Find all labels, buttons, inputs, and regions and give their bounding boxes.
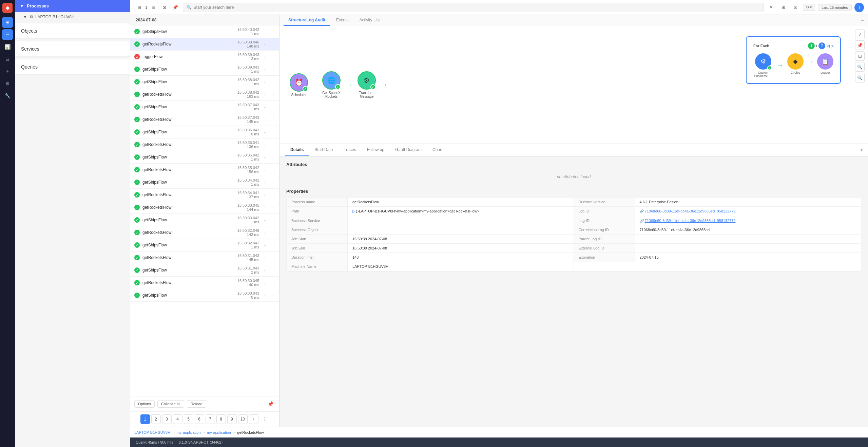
trace-action-more[interactable]: ⋯ xyxy=(269,129,275,135)
trace-list-item[interactable]: ✓ getShipsFlow 16:50:31.043 2 ms ⟊ ⋯ xyxy=(130,264,279,277)
trace-action-filter[interactable]: ⟊ xyxy=(262,217,268,223)
trace-action-more[interactable]: ⋯ xyxy=(269,54,275,60)
flow-tab-structurelog[interactable]: StructureLog Audit xyxy=(284,15,330,26)
trace-action-filter[interactable]: ⟊ xyxy=(262,267,268,273)
detail-collapse-button[interactable]: ▾ xyxy=(861,144,863,156)
trace-action-filter[interactable]: ⟊ xyxy=(262,154,268,160)
trace-action-filter[interactable]: ⟊ xyxy=(262,229,268,236)
detail-tab-follow-up[interactable]: Follow up xyxy=(362,144,390,156)
trace-list-item[interactable]: ✓ getRocketsFlow 16:50:33.045 144 ms ⟊ ⋯ xyxy=(130,201,279,214)
flow-tool-expand[interactable]: ⤢ xyxy=(855,30,865,39)
breadcrumb-item-2[interactable]: my-application xyxy=(207,430,231,434)
foreach-node-logger[interactable]: 📋 Logger xyxy=(817,53,833,74)
layout-icon-2[interactable]: ⊡ xyxy=(791,3,800,12)
pagination-more-button[interactable]: ⋮ xyxy=(260,414,269,424)
search-bar[interactable]: 🔍 xyxy=(183,3,764,12)
pagination-page-9[interactable]: 9 xyxy=(227,414,237,424)
trace-list-item[interactable]: ✓ getRocketsFlow 16:50:36.041 136 ms ⟊ ⋯ xyxy=(130,138,279,151)
breadcrumb-item-0[interactable]: LAPTOP-B1HGUV8H xyxy=(134,430,170,434)
time-range-badge[interactable]: Last 15 minutes xyxy=(818,4,852,11)
flow-tool-zoomin[interactable]: 🔍 xyxy=(855,62,865,72)
flow-tool-zoomout[interactable]: 🔍 xyxy=(855,73,865,82)
trace-list-item[interactable]: ✓ getRocketsFlow 16:50:34.041 137 ms ⟊ ⋯ xyxy=(130,189,279,201)
pagination-next[interactable]: › xyxy=(249,414,258,424)
trace-action-filter[interactable]: ⟊ xyxy=(262,66,268,72)
pagination-page-4[interactable]: 4 xyxy=(173,414,182,424)
trace-list-item[interactable]: ✗ triggerFlow 16:50:39.043 13 ms ⟊ ⋯ xyxy=(130,51,279,63)
search-input[interactable] xyxy=(194,5,760,10)
trace-action-more[interactable]: ⋯ xyxy=(269,142,275,148)
trace-action-filter[interactable]: ⟊ xyxy=(262,104,268,110)
for-each-nav-left[interactable]: ◁ xyxy=(827,44,829,48)
trace-action-more[interactable]: ⋯ xyxy=(269,116,275,123)
trace-action-filter[interactable]: ⟊ xyxy=(262,116,268,123)
trace-list-item[interactable]: ✓ getShipsFlow 16:50:35.042 1 ms ⟊ ⋯ xyxy=(130,151,279,164)
for-each-nav-right[interactable]: ▷ xyxy=(831,44,833,48)
trace-action-more[interactable]: ⋯ xyxy=(269,242,275,248)
trace-action-filter[interactable]: ⟊ xyxy=(262,179,268,185)
trace-action-more[interactable]: ⋯ xyxy=(269,192,275,198)
flow-node-scheduler[interactable]: ⏰ ✓ Scheduler xyxy=(290,73,308,97)
layout-icon-1[interactable]: ⊞ xyxy=(778,3,788,12)
trace-action-more[interactable]: ⋯ xyxy=(269,91,275,97)
detail-tab-start-data[interactable]: Start Data xyxy=(309,144,338,156)
breadcrumb-item-1[interactable]: my-application xyxy=(177,430,201,434)
nav-icon-settings[interactable]: ⚙ xyxy=(2,78,13,89)
trace-list-item[interactable]: ✓ getRocketsFlow 16:50:38.042 163 ms ⟊ ⋯ xyxy=(130,88,279,101)
detail-tab-chart[interactable]: Chart xyxy=(427,144,448,156)
pin-button[interactable]: 📌 xyxy=(266,399,275,409)
nav-icon-grid[interactable]: ⊟ xyxy=(2,54,13,64)
sidebar-section-services-header[interactable]: Services xyxy=(15,41,130,57)
trace-action-filter[interactable]: ⟊ xyxy=(262,29,268,35)
trace-action-more[interactable]: ⋯ xyxy=(269,267,275,273)
pagination-page-8[interactable]: 8 xyxy=(216,414,226,424)
trace-action-filter[interactable]: ⟊ xyxy=(262,167,268,173)
trace-action-more[interactable]: ⋯ xyxy=(269,217,275,223)
trace-action-more[interactable]: ⋯ xyxy=(269,204,275,210)
trace-list-item[interactable]: ✓ getRocketsFlow 16:50:32.046 142 ms ⟊ ⋯ xyxy=(130,226,279,239)
trace-action-more[interactable]: ⋯ xyxy=(269,79,275,85)
trace-action-more[interactable]: ⋯ xyxy=(269,280,275,286)
trace-action-filter[interactable]: ⟊ xyxy=(262,204,268,210)
flow-tab-activity[interactable]: Activity List xyxy=(355,15,385,26)
pagination-page-5[interactable]: 5 xyxy=(184,414,193,424)
sidebar-tree-item-laptop[interactable]: ▼ 🖥 LAPTOP-B1HGUV8H xyxy=(15,12,130,22)
trace-action-more[interactable]: ⋯ xyxy=(269,255,275,261)
sidebar-section-queries-header[interactable]: Queries xyxy=(15,59,130,75)
nav-icon-list[interactable]: ☰ xyxy=(2,29,13,40)
flow-node-spacex[interactable]: 🌐 ✓ Get SpaceX Rockets xyxy=(320,71,343,98)
view-icon-3[interactable]: ⊠ xyxy=(160,3,169,12)
trace-action-filter[interactable]: ⟊ xyxy=(262,91,268,97)
trace-list-item[interactable]: ✓ getRocketsFlow 16:50:37.043 145 ms ⟊ ⋯ xyxy=(130,113,279,126)
pagination-page-10[interactable]: 10 xyxy=(238,414,248,424)
reload-button[interactable]: Reload xyxy=(187,400,206,408)
trace-action-filter[interactable]: ⟊ xyxy=(262,79,268,85)
trace-action-more[interactable]: ⋯ xyxy=(269,229,275,236)
nav-icon-dashboard[interactable]: ⊞ xyxy=(2,17,13,28)
nav-icon-add[interactable]: ＋ xyxy=(2,66,13,77)
trace-action-filter[interactable]: ⟊ xyxy=(262,54,268,60)
trace-action-filter[interactable]: ⟊ xyxy=(262,292,268,298)
trace-action-filter[interactable]: ⟊ xyxy=(262,129,268,135)
trace-action-more[interactable]: ⋯ xyxy=(269,179,275,185)
flow-minimize-icon[interactable]: ─ xyxy=(861,18,864,23)
trace-action-more[interactable]: ⋯ xyxy=(269,292,275,298)
trace-list-item[interactable]: ✓ getShipsFlow 16:50:37.043 1 ms ⟊ ⋯ xyxy=(130,101,279,113)
trace-action-filter[interactable]: ⟊ xyxy=(262,142,268,148)
trace-action-more[interactable]: ⋯ xyxy=(269,41,275,47)
trace-list-item[interactable]: ✓ getShipsFlow 16:50:34.041 1 ms ⟊ ⋯ xyxy=(130,176,279,189)
trace-action-more[interactable]: ⋯ xyxy=(269,104,275,110)
trace-action-filter[interactable]: ⟊ xyxy=(262,41,268,47)
pagination-page-3[interactable]: 3 xyxy=(162,414,172,424)
pagination-page-6[interactable]: 6 xyxy=(195,414,204,424)
trace-action-filter[interactable]: ⟊ xyxy=(262,192,268,198)
pagination-page-1[interactable]: 1 xyxy=(140,414,150,424)
breadcrumb-item-3[interactable]: getRocketsFlow xyxy=(237,430,264,434)
foreach-node-choice[interactable]: ◆ Choice xyxy=(787,53,804,74)
close-search-icon[interactable]: ✕ xyxy=(766,3,776,12)
trace-list-item[interactable]: ✓ getShipsFlow 16:50:36.043 0 ms ⟊ ⋯ xyxy=(130,126,279,138)
trace-action-more[interactable]: ⋯ xyxy=(269,29,275,35)
detail-tab-details[interactable]: Details xyxy=(285,144,309,156)
trace-action-filter[interactable]: ⟊ xyxy=(262,280,268,286)
collapse-all-button[interactable]: Collapse all xyxy=(157,400,184,408)
